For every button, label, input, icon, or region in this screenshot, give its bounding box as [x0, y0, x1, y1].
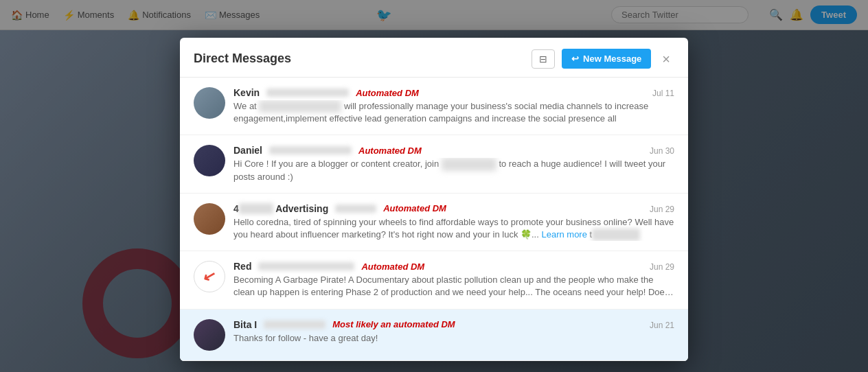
message-item-bita[interactable]: Bita I Most likely an automated DM Jun 2…: [180, 310, 688, 361]
sender-info-red: Red Automated DM: [233, 261, 424, 272]
sender-name-kevin: Kevin: [233, 87, 260, 98]
modal-header: Direct Messages ⊟ ↩ New Message ×: [180, 38, 688, 78]
message-content-advertising: 4 Advertising Automated DM Jun 29 Hello …: [233, 203, 674, 241]
avatar-kevin: [194, 87, 225, 119]
message-content-red: Red Automated DM Jun 29 Becoming A Garba…: [233, 261, 674, 299]
automated-label-red: Automated DM: [361, 261, 424, 272]
sender-handle-blur-bita: [264, 321, 326, 329]
sender-name-red: Red: [233, 261, 251, 272]
message-top-row-red: Red Automated DM Jun 29: [233, 261, 674, 272]
message-preview-kevin: We at will professionally manage your bu…: [233, 100, 674, 125]
sender-info-bita: Bita I Most likely an automated DM: [233, 319, 455, 330]
sender-info-kevin: Kevin Automated DM: [233, 87, 419, 98]
message-content-daniel: Daniel Automated DM Jun 30 Hi Core ! If …: [233, 145, 674, 183]
message-item-red[interactable]: ↙ Red Automated DM Jun 29 Becoming A Gar…: [180, 251, 688, 309]
avatar-daniel: [194, 145, 225, 176]
modal-close-button[interactable]: ×: [658, 51, 674, 67]
sender-handle-blur-red: [258, 262, 354, 270]
sender-name-advertising: 4 Advertising: [233, 203, 328, 214]
message-date-advertising: Jun 29: [650, 205, 674, 214]
sender-info-advertising: 4 Advertising Automated DM: [233, 203, 446, 214]
sender-name-bita: Bita I: [233, 319, 257, 330]
sender-handle-blur-kevin: [266, 89, 349, 97]
message-preview-advertising: Hello coredna, tired of spinning your wh…: [233, 216, 674, 241]
filter-icon: ⊟: [539, 54, 547, 65]
automated-label-daniel: Automated DM: [358, 146, 422, 156]
message-top-row-daniel: Daniel Automated DM Jun 30: [233, 145, 674, 156]
message-item-daniel[interactable]: Daniel Automated DM Jun 30 Hi Core ! If …: [180, 135, 688, 193]
new-message-label: New Message: [583, 54, 641, 64]
learn-more-link[interactable]: Learn more: [541, 229, 586, 240]
automated-label-kevin: Automated DM: [356, 88, 419, 98]
message-top-row-advertising: 4 Advertising Automated DM Jun 29: [233, 203, 674, 214]
red-logo-icon: ↙: [201, 266, 218, 287]
sender-handle-blur-daniel: [269, 146, 352, 154]
message-top-row-kevin: Kevin Automated DM Jul 11: [233, 87, 674, 98]
message-date-red: Jun 29: [650, 262, 674, 272]
message-preview-daniel: Hi Core ! If you are a blogger or conten…: [233, 158, 674, 183]
direct-messages-modal: Direct Messages ⊟ ↩ New Message × Kevin …: [180, 38, 688, 361]
message-date-bita: Jun 21: [650, 321, 674, 330]
message-content-bita: Bita I Most likely an automated DM Jun 2…: [233, 319, 674, 351]
messages-list: Kevin Automated DM Jul 11 We at will pro…: [180, 78, 688, 361]
message-date-kevin: Jul 11: [652, 89, 674, 98]
modal-header-actions: ⊟ ↩ New Message ×: [532, 49, 674, 69]
message-top-row-bita: Bita I Most likely an automated DM Jun 2…: [233, 319, 674, 330]
message-item-kevin[interactable]: Kevin Automated DM Jul 11 We at will pro…: [180, 78, 688, 135]
sender-info-daniel: Daniel Automated DM: [233, 145, 422, 156]
avatar-bita: [194, 319, 225, 351]
automated-label-advertising: Automated DM: [383, 203, 446, 213]
filter-button[interactable]: ⊟: [532, 49, 555, 69]
sender-name-daniel: Daniel: [233, 145, 262, 156]
message-date-daniel: Jun 30: [650, 146, 674, 156]
new-message-icon: ↩: [571, 54, 579, 64]
message-item-advertising[interactable]: 4 Advertising Automated DM Jun 29 Hello …: [180, 194, 688, 251]
message-preview-red: Becoming A Garbage Pirate! A Documentary…: [233, 274, 674, 299]
sender-handle-blur-advertising: [335, 205, 376, 213]
likely-automated-label-bita: Most likely an automated DM: [332, 319, 455, 329]
avatar-advertising: [194, 203, 225, 235]
message-content-kevin: Kevin Automated DM Jul 11 We at will pro…: [233, 87, 674, 125]
message-preview-bita: Thanks for follow - have a great day!: [233, 332, 674, 345]
new-message-button[interactable]: ↩ New Message: [562, 49, 651, 69]
avatar-red: ↙: [194, 261, 225, 292]
modal-title: Direct Messages: [194, 51, 291, 66]
